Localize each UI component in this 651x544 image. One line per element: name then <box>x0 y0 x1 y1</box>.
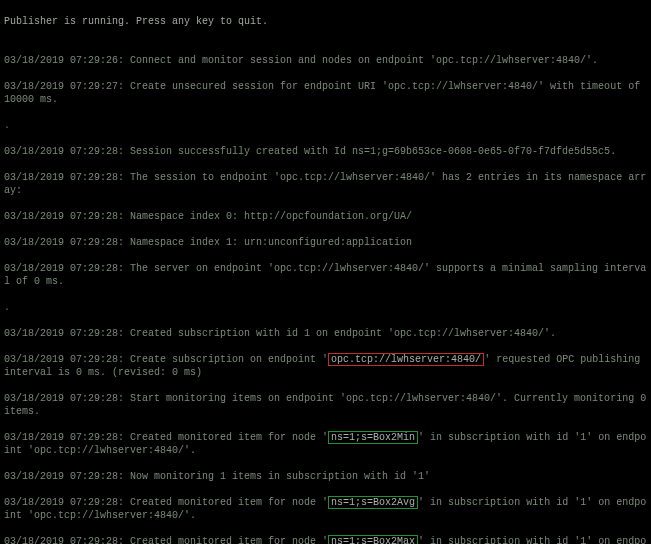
log-line: . <box>4 119 647 132</box>
log-line: 03/18/2019 07:29:28: Created subscriptio… <box>4 327 647 340</box>
log-line: 03/18/2019 07:29:28: Session successfull… <box>4 145 647 158</box>
log-line: 03/18/2019 07:29:28: Namespace index 1: … <box>4 236 647 249</box>
log-line: 03/18/2019 07:29:28: Created monitored i… <box>4 535 647 544</box>
node-highlight: ns=1;s=Box2Avg <box>328 496 418 509</box>
terminal-output: Publisher is running. Press any key to q… <box>0 0 651 544</box>
log-line: 03/18/2019 07:29:28: Create subscription… <box>4 353 647 379</box>
node-highlight: ns=1;s=Box2Min <box>328 431 418 444</box>
log-line: 03/18/2019 07:29:28: Start monitoring it… <box>4 392 647 418</box>
node-highlight: ns=1;s=Box2Max <box>328 535 418 544</box>
log-line: 03/18/2019 07:29:28: Created monitored i… <box>4 496 647 522</box>
log-line: 03/18/2019 07:29:28: Now monitoring 1 it… <box>4 470 647 483</box>
log-line: 03/18/2019 07:29:26: Connect and monitor… <box>4 54 647 67</box>
log-line: 03/18/2019 07:29:27: Create unsecured se… <box>4 80 647 106</box>
log-line: . <box>4 301 647 314</box>
endpoint-highlight: opc.tcp://lwhserver:4840/ <box>328 353 484 366</box>
log-line: 03/18/2019 07:29:28: Created monitored i… <box>4 431 647 457</box>
log-line: 03/18/2019 07:29:28: Namespace index 0: … <box>4 210 647 223</box>
log-line: 03/18/2019 07:29:28: The server on endpo… <box>4 262 647 288</box>
log-line: 03/18/2019 07:29:28: The session to endp… <box>4 171 647 197</box>
header-line: Publisher is running. Press any key to q… <box>4 15 647 28</box>
